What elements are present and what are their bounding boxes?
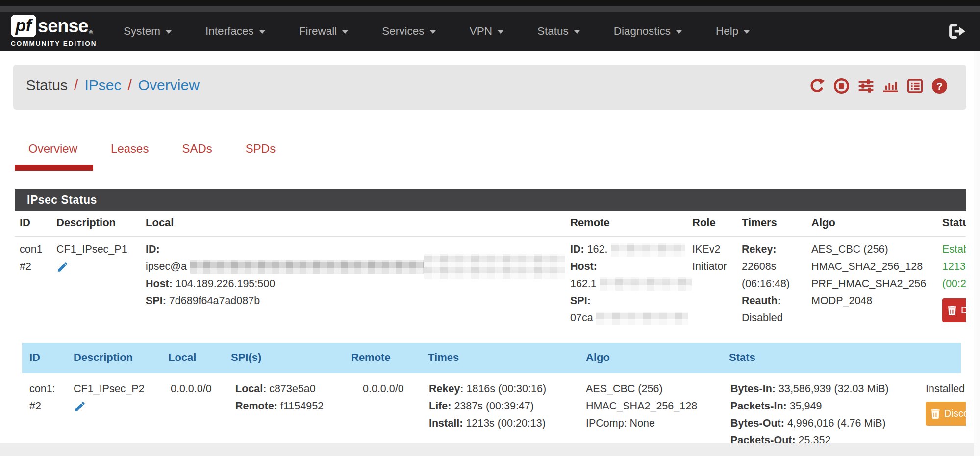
community-edition-label: COMMUNITY EDITION [11,40,97,47]
nav-item-interfaces[interactable]: Interfaces [205,25,265,38]
nav-item-system[interactable]: System [124,25,172,38]
rekey-label: Rekey: [742,243,777,255]
edit-p1-icon[interactable] [56,261,69,273]
chevron-down-icon [498,30,503,34]
chevron-down-icon [676,30,682,34]
disconnect-label: Dis [961,302,966,319]
nav-item-label: System [124,25,160,38]
refresh-icon[interactable] [809,78,825,94]
tab-sads[interactable]: SADs [165,142,228,156]
local-id-value: ipsec@a [146,261,187,272]
local-spi-value: 7d689f64a7ad087b [169,295,260,307]
nav-item-diagnostics[interactable]: Diagnostics [614,25,682,38]
chevron-down-icon [430,30,436,34]
time-install-value: 1213s (00:20:13) [466,417,546,429]
remote-id-value: 162. [587,243,608,255]
col-header-status: Status [942,216,966,229]
rekey-time: (06:16:48) [742,275,790,292]
chevron-down-icon [259,30,265,34]
svg-text:?: ? [936,80,943,92]
child-local-network: 0.0.0.0/0 [171,381,212,398]
status-uptime-clock: (00:20 [942,275,966,292]
child-col-local: Local [168,351,196,364]
nav-item-label: Help [716,25,738,38]
remote-spi-label: SPI: [570,295,591,307]
nav-item-vpn[interactable]: VPN [470,25,503,38]
child-cell-id: con1: #2 [29,381,55,415]
stop-icon[interactable] [833,78,850,94]
bytes-out-label: Bytes-Out: [730,417,784,429]
col-header-description: Description [56,216,116,229]
time-install-label: Install: [429,417,463,429]
tab-spds[interactable]: SPDs [229,142,292,156]
spi-local-label: Local: [235,383,266,395]
nav-item-status[interactable]: Status [537,25,580,38]
subnav-tabs: Overview Leases SADs SPDs [15,142,292,156]
col-header-remote: Remote [570,216,610,229]
log-list-icon[interactable] [907,78,923,94]
local-host-label: Host: [146,278,173,289]
bytes-in-label: Bytes-In: [730,383,776,395]
child-cell-spis: Local: c873e5a0 Remote: f1154952 [235,381,324,415]
bytes-out-value: 4,996,016 (4.76 MiB) [787,417,886,429]
packets-out-label: Packets-Out: [730,434,796,443]
logout-icon[interactable] [949,24,966,41]
redacted-local-id [190,260,424,274]
redacted-local-id-overlay [424,254,565,279]
window-mid-strip [0,6,980,12]
child-col-id: ID [29,351,40,364]
child-col-algo: Algo [586,351,610,364]
cell-id: con1 #2 [20,241,43,275]
spi-local-value: c873e5a0 [269,383,315,395]
time-rekey-value: 1816s (00:30:16) [467,383,547,395]
remote-host-value: 162.1 [570,278,597,289]
filter-settings-icon[interactable] [858,78,874,94]
child-col-times: Times [428,351,459,364]
local-id-label: ID: [146,243,160,255]
breadcrumb-link-ipsec[interactable]: IPsec [84,77,121,94]
breadcrumb-separator: / [74,77,78,94]
connection-id: con1 [20,241,43,258]
pfsense-status-ipsec-page: pf sense ® COMMUNITY EDITION System Inte… [0,0,980,456]
child-cell-remote: 0.0.0.0/0 [363,381,404,398]
help-icon[interactable]: ? [931,78,948,94]
disconnect-p2-button[interactable]: Disco [926,402,966,426]
child-cell-status: Installed Disco [926,381,966,426]
remote-host-label: Host: [570,261,597,272]
cell-status: Establ 1213 s (00:20 Dis [942,241,966,322]
nav-item-firewall[interactable]: Firewall [299,25,349,38]
packets-in-value: 35,949 [790,400,822,412]
tab-leases[interactable]: Leases [94,142,165,156]
breadcrumb-link-overview[interactable]: Overview [138,77,200,94]
algo-prf: PRF_HMAC_SHA2_256 [811,275,926,292]
chevron-down-icon [166,30,172,34]
edit-p2-icon[interactable] [74,400,86,413]
col-header-id: ID [20,216,30,229]
disconnect-p1-button[interactable]: Dis [942,298,966,322]
panel-title: IPsec Status [15,189,966,211]
redacted-remote-spi [596,312,688,325]
nav-item-label: Interfaces [205,25,254,38]
breadcrumb-panel: Status / IPsec / Overview [13,65,966,110]
ipsec-status-panel: IPsec Status ID Description Local Remote… [15,189,966,443]
breadcrumb: Status / IPsec / Overview [26,77,200,94]
child-col-stats: Stats [729,351,755,364]
breadcrumb-separator: / [127,77,131,94]
cell-local: ID: ipsec@a Host: 104.189.226.195:500 SP… [146,241,424,310]
browser-scrollbar[interactable] [974,51,980,456]
local-host-value: 104.189.226.195:500 [176,278,275,289]
col-header-algo: Algo [811,216,835,229]
algo-encryption: AES_CBC (256) [811,241,926,258]
window-top-strip [0,0,980,6]
reauth-label: Reauth: [742,295,781,307]
tab-overview[interactable]: Overview [15,142,94,156]
chart-icon[interactable] [882,78,899,94]
p2-description: CF1_IPsec_P2 [74,381,145,398]
nav-item-services[interactable]: Services [382,25,435,38]
nav-item-help[interactable]: Help [716,25,750,38]
registered-mark: ® [89,30,93,35]
chevron-down-icon [744,30,750,34]
cell-algo: AES_CBC (256) HMAC_SHA2_256_128 PRF_HMAC… [811,241,926,310]
pfsense-logo[interactable]: pf sense ® COMMUNITY EDITION [11,15,97,47]
panel-title-bar: IPsec Status [15,189,966,211]
